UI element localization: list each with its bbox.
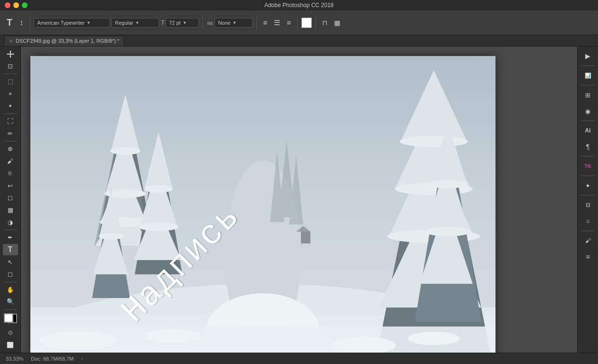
crop-tool[interactable]: ⛶ [3, 116, 18, 127]
font-size-icon: T [161, 19, 165, 26]
gradient-tool[interactable]: ▦ [3, 205, 18, 216]
paragraph-panel-button[interactable]: ¶ [580, 139, 596, 154]
lasso-tool[interactable]: ⌖ [3, 88, 18, 100]
text-tool-button[interactable]: T [4, 15, 15, 30]
eyedropper-tool[interactable]: ✏ [3, 128, 18, 140]
statusbar: 33,33% Doc: 68,7M/68,7M › [0, 353, 598, 364]
svg-point-25 [99, 233, 123, 240]
warp-text-button[interactable]: ⊓ [320, 17, 330, 28]
align-center-button[interactable]: ☰ [271, 17, 282, 29]
quick-select-tool[interactable]: ✦ [3, 101, 18, 112]
font-family-value: American Typewriter [37, 20, 84, 26]
anti-alias-select[interactable]: None ▼ [215, 18, 252, 28]
font-family-arrow: ▼ [86, 20, 91, 25]
tool-separator-5 [4, 282, 17, 282]
type-tool[interactable]: T [3, 244, 18, 255]
font-size-select[interactable]: 72 pt ▼ [166, 18, 199, 28]
marquee-tool[interactable]: ⬚ [3, 76, 18, 87]
sparkle-panel-button[interactable]: ✦ [580, 178, 596, 193]
right-separator-2 [581, 85, 595, 85]
quick-mask-tool[interactable]: ⊙ [3, 327, 18, 339]
text-color-swatch[interactable] [301, 18, 312, 28]
right-separator-5 [581, 176, 595, 176]
eraser-tool[interactable]: ◻ [3, 192, 18, 204]
right-separator-6 [581, 195, 595, 196]
document-tab[interactable]: ✕ DSCF2949.jpg @ 33,3% (Layer 1, RGB/8*)… [4, 36, 124, 46]
brush-settings-panel-button[interactable]: 🖌 [580, 233, 596, 248]
clone-tool[interactable]: ⎘ [3, 168, 18, 179]
titlebar: Adobe Photoshop CC 2018 [0, 0, 598, 10]
divider-2 [203, 16, 203, 30]
navigator-panel-button[interactable]: ⊞ [580, 87, 596, 103]
tool-separator-3 [4, 141, 17, 141]
tool-separator-4 [4, 230, 17, 230]
right-separator-3 [581, 121, 595, 121]
anti-alias-arrow: ▼ [233, 20, 237, 25]
screen-mode-tool[interactable]: ⬜ [3, 339, 18, 351]
foreground-color[interactable] [4, 313, 13, 323]
font-style-value: Regular [115, 20, 133, 26]
tabbar: ✕ DSCF2949.jpg @ 33,3% (Layer 1, RGB/8*)… [0, 35, 598, 47]
doc-info: Doc: 68,7M/68,7M [31, 356, 74, 362]
divider-5 [316, 16, 316, 30]
properties-panel-button[interactable]: ⊟ [580, 197, 596, 213]
text-tool-group: T ↕ [4, 15, 26, 30]
align-left-button[interactable]: ≡ [261, 17, 270, 28]
font-style-select[interactable]: Regular ▼ [112, 18, 159, 28]
canvas-background: Надпись [30, 56, 495, 353]
move-tool[interactable] [3, 48, 18, 60]
maximize-button[interactable] [22, 2, 28, 8]
minimize-button[interactable] [13, 2, 19, 8]
svg-point-20 [144, 185, 173, 193]
color-panel-button[interactable]: ◉ [580, 103, 596, 119]
aa-label: aa [207, 20, 213, 26]
divider-1 [29, 16, 30, 30]
zoom-tool[interactable]: 🔍 [3, 296, 18, 308]
close-button[interactable] [5, 2, 10, 8]
svg-point-21 [139, 223, 178, 231]
svg-point-46 [144, 329, 201, 343]
history-brush-tool[interactable]: ↩ [3, 180, 18, 191]
align-right-button[interactable]: ≡ [284, 17, 293, 28]
artboard-tool[interactable]: ⊡ [3, 61, 18, 72]
path-select-tool[interactable]: ↖ [3, 256, 18, 268]
histogram-panel-button[interactable]: 📊 [580, 68, 596, 83]
svg-point-48 [408, 332, 460, 345]
left-toolbar: ⊡ ⬚ ⌖ ✦ ⛶ ✏ ⊕ 🖌 ⎘ ↩ ◻ ▦ ◑ ✒ T ↖ ◻ ✋ 🔍 ⊙ [0, 47, 21, 353]
font-family-select[interactable]: American Typewriter ▼ [34, 18, 110, 28]
history-panel-button[interactable]: ▶ [580, 48, 596, 64]
right-separator-1 [581, 65, 595, 66]
zoom-level: 33,33% [6, 356, 23, 362]
traffic-lights [5, 2, 28, 8]
status-arrow[interactable]: › [81, 356, 83, 361]
anti-alias-value: None [218, 20, 230, 26]
text-orientation-button[interactable]: ↕ [17, 17, 26, 29]
brush-tool[interactable]: 🖌 [3, 156, 18, 167]
font-size-value: 72 pt [169, 20, 180, 26]
canvas-area: Надпись [21, 47, 577, 353]
divider-3 [256, 16, 257, 30]
color-swatches[interactable] [4, 313, 17, 323]
svg-point-13 [110, 147, 140, 155]
tool-separator-6 [4, 309, 17, 310]
divider-4 [297, 16, 298, 30]
hand-tool[interactable]: ✋ [3, 284, 18, 295]
heal-tool[interactable]: ⊕ [3, 143, 18, 155]
ai-panel-button[interactable]: Ai [580, 123, 596, 138]
typekit-panel-button[interactable]: TK [580, 159, 596, 174]
tool-separator-2 [4, 113, 17, 114]
dodge-tool[interactable]: ◑ [3, 216, 18, 228]
tab-label: DSCF2949.jpg @ 33,3% (Layer 1, RGB/8*) * [16, 38, 119, 44]
sounds-panel-button[interactable]: ♫ [580, 214, 596, 229]
tab-close-icon[interactable]: ✕ [9, 38, 13, 44]
svg-point-45 [40, 331, 116, 350]
font-style-arrow: ▼ [135, 20, 140, 25]
shape-tool[interactable]: ◻ [3, 269, 18, 280]
extra-panel-button[interactable]: ≡ [580, 249, 596, 264]
pen-tool[interactable]: ✒ [3, 232, 18, 243]
svg-point-31 [400, 136, 468, 147]
character-panel-button[interactable]: ▦ [332, 17, 343, 28]
tool-separator-1 [4, 74, 17, 74]
svg-point-38 [428, 180, 468, 188]
app-title: Adobe Photoshop CC 2018 [264, 2, 334, 9]
